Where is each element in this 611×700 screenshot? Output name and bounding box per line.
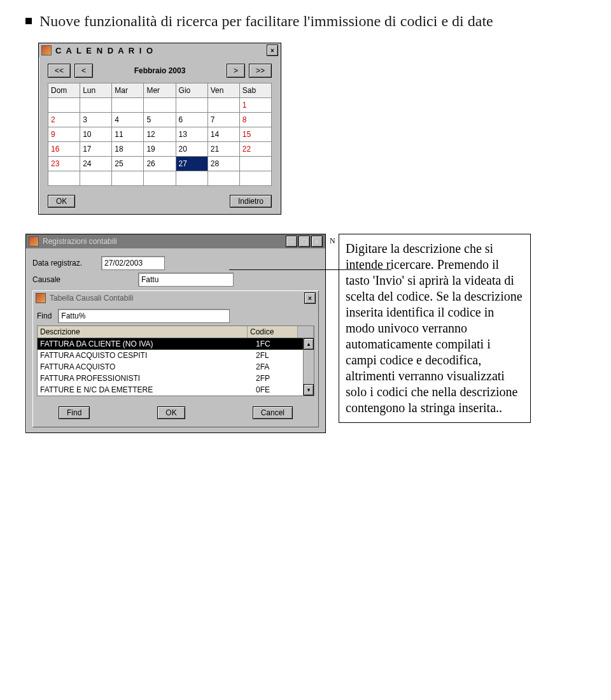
calendar-day-cell[interactable]: 24: [80, 157, 112, 171]
calendar-day-cell[interactable]: 6: [176, 113, 207, 127]
find-button[interactable]: Find: [59, 406, 90, 419]
date-input[interactable]: [101, 256, 165, 270]
minimize-icon[interactable]: –: [286, 236, 297, 247]
last-month-button[interactable]: >>: [249, 64, 272, 78]
calendar-day-cell: [207, 171, 239, 186]
calendar-day-cell[interactable]: 21: [207, 142, 239, 157]
calendar-day-cell[interactable]: 28: [207, 157, 239, 171]
calendar-day-cell: [112, 98, 144, 113]
month-label: Febbraio 2003: [97, 65, 223, 76]
calendar-day-cell[interactable]: 12: [144, 127, 176, 142]
calendar-day-cell[interactable]: 13: [176, 127, 207, 142]
calendar-day-cell: [80, 171, 112, 186]
list-item-desc: FATTURA ACQUISTO CESPITI: [40, 351, 256, 360]
scroll-up-icon[interactable]: ▲: [304, 338, 314, 350]
calendar-day-cell: [239, 157, 271, 171]
list-item[interactable]: FATTURA DA CLIENTE (NO IVA)1FC: [38, 338, 303, 350]
calendar-day-cell[interactable]: 8: [239, 113, 271, 127]
calendar-day-cell[interactable]: 3: [80, 113, 112, 127]
calendar-day-cell[interactable]: 1: [239, 98, 271, 113]
calendar-day-header: Dom: [48, 83, 80, 98]
tabella-window: Tabella Causali Contabili × Find Descriz…: [32, 290, 319, 427]
calendar-day-header: Mer: [144, 83, 176, 98]
calendar-day-cell[interactable]: 7: [207, 113, 239, 127]
calendar-day-cell[interactable]: 18: [112, 142, 144, 157]
list-item-code: 0FE: [256, 385, 300, 394]
calendar-day-cell: [239, 171, 271, 186]
scroll-down-icon[interactable]: ▼: [304, 384, 314, 396]
app-icon: [41, 45, 52, 55]
prev-month-button[interactable]: <: [74, 64, 93, 78]
close-icon[interactable]: ×: [311, 236, 323, 247]
callout-text: Digitare la descrizione che si intende r…: [339, 234, 531, 423]
calendar-day-cell[interactable]: 27: [176, 157, 207, 171]
calendar-day-cell[interactable]: 14: [207, 127, 239, 142]
close-icon[interactable]: ×: [304, 292, 316, 304]
calendar-title: C A L E N D A R I O: [55, 46, 154, 55]
n-label: N: [330, 236, 335, 246]
calendar-window: C A L E N D A R I O × << < Febbraio 2003…: [38, 43, 281, 215]
list-item-code: 1FC: [256, 339, 300, 348]
ok-button[interactable]: OK: [157, 406, 185, 419]
col-descrizione: Descrizione: [38, 326, 248, 338]
bullet-icon: [25, 18, 32, 24]
causale-input[interactable]: [138, 273, 234, 287]
calendar-day-cell[interactable]: 4: [112, 113, 144, 127]
maximize-icon[interactable]: ❐: [298, 236, 310, 247]
calendar-day-cell[interactable]: 20: [176, 142, 207, 157]
registrazioni-window: Registrazioni contabili – ❐ × Data regis…: [25, 234, 326, 433]
list-item-desc: FATTURE E N/C DA EMETTERE: [40, 385, 256, 394]
list-item[interactable]: FATTURE E N/C DA EMETTERE0FE: [38, 384, 303, 396]
calendar-day-cell[interactable]: 16: [48, 142, 80, 157]
calendar-day-cell[interactable]: 9: [48, 127, 80, 142]
list-item-desc: FATTURA PROFESSIONISTI: [40, 374, 256, 383]
app-icon: [36, 293, 46, 303]
calendar-day-cell[interactable]: 22: [239, 142, 271, 157]
list-item-code: 2FP: [256, 374, 300, 383]
ok-button[interactable]: OK: [48, 195, 75, 208]
list-item[interactable]: FATTURA ACQUISTO2FA: [38, 361, 303, 373]
first-month-button[interactable]: <<: [48, 64, 71, 78]
causale-label: Causale: [32, 275, 96, 284]
calendar-day-cell: [112, 171, 144, 186]
connector-line: [229, 269, 391, 270]
find-input[interactable]: [58, 309, 230, 323]
calendar-day-cell: [80, 98, 112, 113]
calendar-day-cell[interactable]: 23: [48, 157, 80, 171]
col-codice: Codice: [248, 326, 298, 338]
scrollbar[interactable]: ▲ ▼: [304, 338, 314, 396]
list-header: Descrizione Codice: [37, 325, 314, 338]
calendar-day-header: Gio: [176, 83, 207, 98]
calendar-day-header: Sab: [239, 83, 271, 98]
calendar-day-cell[interactable]: 2: [48, 113, 80, 127]
close-icon[interactable]: ×: [267, 45, 278, 56]
calendar-day-cell[interactable]: 5: [144, 113, 176, 127]
calendar-day-cell[interactable]: 25: [112, 157, 144, 171]
back-button[interactable]: Indietro: [230, 195, 272, 208]
next-month-button[interactable]: >: [227, 64, 245, 78]
find-label: Find: [37, 311, 52, 320]
registrazioni-title: Registrazioni contabili: [43, 237, 117, 246]
results-list[interactable]: FATTURA DA CLIENTE (NO IVA)1FCFATTURA AC…: [37, 338, 304, 396]
calendar-day-header: Lun: [80, 83, 112, 98]
calendar-day-cell[interactable]: 15: [239, 127, 271, 142]
tabella-title: Tabella Causali Contabili: [50, 294, 133, 303]
calendar-day-cell: [144, 171, 176, 186]
calendar-day-cell[interactable]: 17: [80, 142, 112, 157]
date-label: Data registraz.: [32, 259, 96, 268]
list-item-desc: FATTURA DA CLIENTE (NO IVA): [40, 339, 256, 348]
calendar-day-cell[interactable]: 19: [144, 142, 176, 157]
app-icon: [29, 236, 39, 246]
calendar-day-cell[interactable]: 11: [112, 127, 144, 142]
calendar-grid: DomLunMarMerGioVenSab1234567891011121314…: [48, 83, 272, 186]
calendar-day-cell[interactable]: 10: [80, 127, 112, 142]
list-item-code: 2FL: [256, 351, 300, 360]
list-item[interactable]: FATTURA PROFESSIONISTI2FP: [38, 373, 303, 384]
page-heading: Nuove funzionalità di ricerca per facili…: [39, 13, 493, 30]
calendar-day-cell: [48, 171, 80, 186]
list-item[interactable]: FATTURA ACQUISTO CESPITI2FL: [38, 350, 303, 361]
calendar-day-cell: [176, 171, 207, 186]
calendar-day-cell[interactable]: 26: [144, 157, 176, 171]
cancel-button[interactable]: Cancel: [253, 406, 293, 419]
calendar-day-header: Ven: [207, 83, 239, 98]
